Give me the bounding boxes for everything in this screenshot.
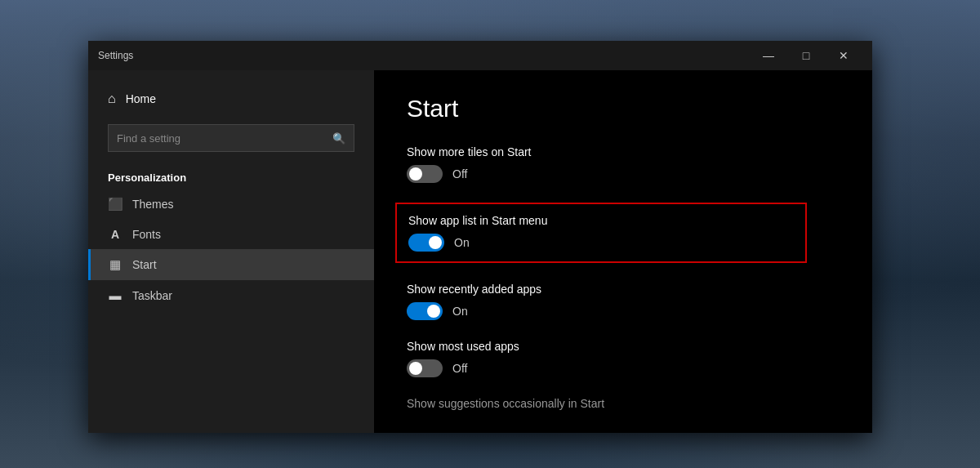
themes-icon: ⬛ [108,197,122,212]
sidebar: ⌂ Home 🔍 Personalization ⬛ Themes A Font… [88,70,374,433]
show-most-used-state: Off [452,362,467,375]
show-most-used-toggle-row: Off [407,359,840,377]
home-icon: ⌂ [108,91,116,106]
show-more-tiles-state: Off [452,167,467,181]
sidebar-item-taskbar-label: Taskbar [132,289,172,302]
sidebar-item-themes[interactable]: ⬛ Themes [88,189,374,220]
setting-show-recently-added: Show recently added apps On [407,283,840,320]
setting-show-app-list: Show app list in Start menu On [395,203,807,263]
window-body: ⌂ Home 🔍 Personalization ⬛ Themes A Font… [88,70,872,433]
setting-show-most-used: Show most used apps Off [407,340,840,377]
sidebar-item-start[interactable]: ▦ Start [88,249,374,280]
show-most-used-toggle[interactable] [407,359,443,377]
sidebar-item-themes-label: Themes [132,198,174,211]
home-label: Home [126,92,156,105]
show-app-list-toggle-knob [429,236,442,249]
main-content: Start Show more tiles on Start Off Show … [374,70,872,433]
minimize-button[interactable]: — [750,42,787,69]
show-most-used-toggle-knob [409,362,422,375]
show-app-list-toggle-row: On [408,234,794,252]
show-app-list-toggle[interactable] [408,234,444,252]
maximize-button[interactable]: □ [787,42,825,69]
partial-setting-label: Show suggestions occasionally in Start [407,397,840,410]
sidebar-item-taskbar[interactable]: ▬ Taskbar [88,280,374,310]
search-input[interactable] [117,132,332,145]
show-more-tiles-toggle-knob [409,167,422,181]
personalization-section-label: Personalization [88,162,374,189]
setting-show-more-tiles: Show more tiles on Start Off [407,145,840,183]
show-app-list-state: On [454,236,470,249]
sidebar-item-home[interactable]: ⌂ Home [88,83,374,114]
sidebar-item-fonts[interactable]: A Fonts [88,220,374,249]
show-recently-added-toggle-row: On [407,302,840,320]
page-title: Start [407,95,840,123]
search-box[interactable]: 🔍 [108,124,354,152]
start-icon: ▦ [108,257,122,272]
show-more-tiles-label: Show more tiles on Start [407,145,840,158]
sidebar-item-start-label: Start [132,258,157,271]
window-controls: — □ ✕ [750,42,862,69]
show-more-tiles-toggle-row: Off [407,165,840,183]
search-icon: 🔍 [332,132,345,145]
settings-window: Settings — □ ✕ ⌂ Home 🔍 Personalization … [88,41,872,433]
taskbar-icon: ▬ [108,288,122,302]
fonts-icon: A [108,228,122,241]
title-bar: Settings — □ ✕ [88,41,872,70]
sidebar-item-fonts-label: Fonts [132,228,161,241]
show-most-used-label: Show most used apps [407,340,840,353]
show-recently-added-toggle[interactable] [407,302,443,320]
title-bar-left: Settings [98,50,133,61]
show-app-list-label: Show app list in Start menu [408,214,794,227]
show-recently-added-toggle-knob [427,305,440,318]
close-button[interactable]: ✕ [825,42,862,69]
window-title: Settings [98,50,133,61]
show-recently-added-state: On [452,305,468,318]
show-more-tiles-toggle[interactable] [407,165,443,183]
show-recently-added-label: Show recently added apps [407,283,840,296]
